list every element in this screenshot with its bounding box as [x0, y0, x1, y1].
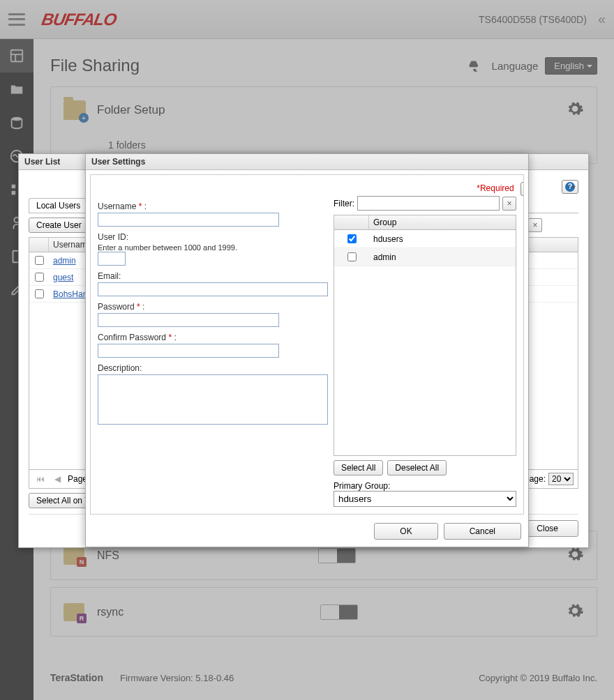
primary-group-label: Primary Group: — [334, 481, 390, 491]
userid-label: User ID: — [98, 232, 328, 242]
username-input[interactable] — [98, 213, 279, 227]
tab-local-users[interactable]: Local Users — [29, 198, 88, 213]
pager-first-icon[interactable]: ⏮ — [33, 474, 47, 484]
filter-input[interactable] — [357, 196, 500, 211]
email-input[interactable] — [98, 282, 328, 296]
filter-clear-button[interactable]: × — [502, 197, 516, 211]
filter-label: Filter: — [334, 199, 354, 208]
userid-input[interactable] — [98, 252, 126, 266]
help-button[interactable]: ? — [521, 182, 524, 196]
confirm-password-input[interactable] — [98, 344, 279, 358]
password-input[interactable] — [98, 313, 279, 327]
password-label: Password * : — [98, 302, 328, 312]
group-header[interactable]: Group — [369, 215, 516, 229]
primary-group-select[interactable]: hdusers — [334, 491, 516, 507]
group-row[interactable]: hdusers — [334, 230, 516, 248]
group-checkbox[interactable] — [347, 252, 357, 261]
user-settings-title: User Settings — [86, 154, 528, 170]
group-name: hdusers — [369, 234, 516, 244]
user-checkbox[interactable] — [35, 256, 44, 265]
confirm-password-label: Confirm Password * : — [98, 333, 328, 342]
cancel-button[interactable]: Cancel — [444, 523, 521, 540]
select-all-button[interactable]: Select All — [334, 460, 383, 475]
pager-prev-icon[interactable]: ◀ — [52, 474, 63, 484]
per-page-select[interactable]: 20 — [548, 473, 574, 485]
group-checkbox[interactable] — [347, 234, 357, 243]
group-row[interactable]: admin — [334, 248, 516, 266]
user-checkbox[interactable] — [35, 273, 44, 282]
user-link[interactable]: admin — [53, 256, 76, 266]
help-button[interactable]: ? — [562, 180, 578, 194]
user-search-clear[interactable]: × — [528, 218, 542, 232]
create-user-button[interactable]: Create User — [29, 218, 89, 233]
userid-hint: Enter a number between 1000 and 1999. — [98, 243, 328, 252]
user-link[interactable]: BohsHan — [53, 289, 87, 299]
user-link[interactable]: guest — [53, 273, 73, 282]
username-label: Username * : — [98, 201, 328, 211]
group-name: admin — [369, 252, 516, 262]
user-checkbox[interactable] — [35, 289, 44, 298]
description-label: Description: — [98, 363, 328, 373]
description-input[interactable] — [98, 374, 328, 425]
ok-button[interactable]: OK — [374, 523, 437, 540]
user-settings-modal: User Settings *Required ? Username * : U… — [85, 153, 529, 547]
email-label: Email: — [98, 271, 328, 281]
deselect-all-button[interactable]: Deselect All — [387, 460, 447, 475]
pager-page-label: Page — [68, 474, 87, 484]
